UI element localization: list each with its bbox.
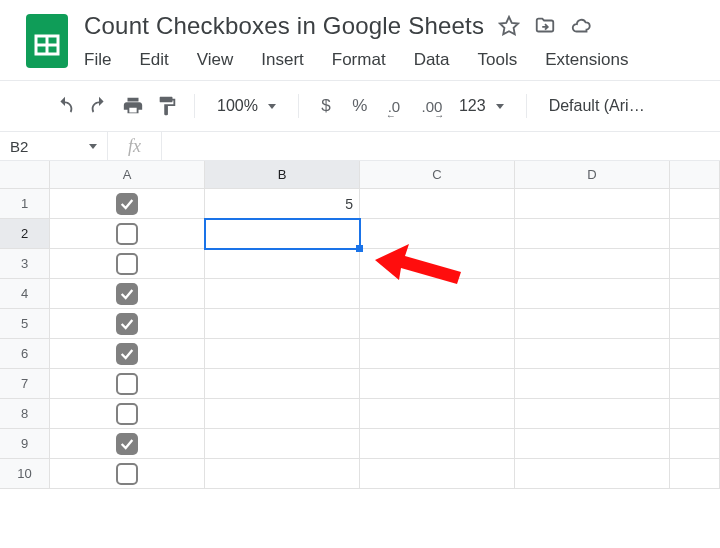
cell[interactable]	[205, 399, 360, 429]
cell[interactable]	[670, 309, 720, 339]
undo-icon[interactable]	[50, 91, 80, 121]
checkbox[interactable]	[116, 193, 138, 215]
menu-tools[interactable]: Tools	[466, 46, 530, 74]
menu-data[interactable]: Data	[402, 46, 462, 74]
row-header[interactable]: 4	[0, 279, 50, 309]
checkbox[interactable]	[116, 343, 138, 365]
cell[interactable]	[205, 249, 360, 279]
cell[interactable]	[670, 219, 720, 249]
cell[interactable]	[515, 189, 670, 219]
spreadsheet-grid[interactable]: ABCD152345678910	[0, 161, 720, 489]
cell[interactable]	[360, 189, 515, 219]
cell[interactable]	[205, 309, 360, 339]
row-header[interactable]: 7	[0, 369, 50, 399]
row-header[interactable]: 9	[0, 429, 50, 459]
cloud-icon[interactable]	[570, 15, 592, 37]
percent-button[interactable]: %	[345, 91, 375, 121]
cell[interactable]	[515, 369, 670, 399]
cell[interactable]	[515, 339, 670, 369]
row-header[interactable]: 5	[0, 309, 50, 339]
checkbox[interactable]	[116, 283, 138, 305]
column-header[interactable]: B	[205, 161, 360, 189]
cell[interactable]	[670, 279, 720, 309]
paint-format-icon[interactable]	[152, 91, 182, 121]
cell[interactable]	[50, 399, 205, 429]
number-format-select[interactable]: 123	[455, 97, 514, 115]
cell[interactable]	[670, 339, 720, 369]
cell[interactable]	[515, 429, 670, 459]
checkbox[interactable]	[116, 223, 138, 245]
cell[interactable]	[360, 399, 515, 429]
cell[interactable]	[360, 219, 515, 249]
cell[interactable]	[515, 219, 670, 249]
cell[interactable]	[360, 459, 515, 489]
menu-extensions[interactable]: Extensions	[533, 46, 640, 74]
checkbox[interactable]	[116, 253, 138, 275]
column-header[interactable]: D	[515, 161, 670, 189]
cell[interactable]	[205, 369, 360, 399]
cell[interactable]	[515, 309, 670, 339]
cell[interactable]	[670, 369, 720, 399]
cell[interactable]	[670, 249, 720, 279]
increase-decimal-button[interactable]: .00→	[413, 91, 451, 121]
menu-insert[interactable]: Insert	[249, 46, 316, 74]
star-icon[interactable]	[498, 15, 520, 37]
move-icon[interactable]	[534, 15, 556, 37]
cell[interactable]	[205, 279, 360, 309]
cell[interactable]	[360, 339, 515, 369]
redo-icon[interactable]	[84, 91, 114, 121]
cell[interactable]	[515, 249, 670, 279]
cell[interactable]	[50, 459, 205, 489]
cell[interactable]	[205, 429, 360, 459]
currency-button[interactable]: $	[311, 91, 341, 121]
cell[interactable]	[50, 309, 205, 339]
checkbox[interactable]	[116, 313, 138, 335]
cell[interactable]	[50, 369, 205, 399]
cell[interactable]	[360, 279, 515, 309]
cell[interactable]: 5	[205, 189, 360, 219]
row-header[interactable]: 8	[0, 399, 50, 429]
selection-handle[interactable]	[356, 245, 363, 252]
cell[interactable]	[50, 429, 205, 459]
select-all-corner[interactable]	[0, 161, 50, 189]
name-box[interactable]: B2	[0, 132, 108, 160]
cell[interactable]	[360, 369, 515, 399]
cell[interactable]	[50, 219, 205, 249]
sheets-logo-icon[interactable]	[26, 14, 68, 68]
cell[interactable]	[360, 429, 515, 459]
cell[interactable]	[50, 339, 205, 369]
column-header[interactable]	[670, 161, 720, 189]
checkbox[interactable]	[116, 463, 138, 485]
row-header[interactable]: 6	[0, 339, 50, 369]
menu-file[interactable]: File	[84, 46, 123, 74]
cell[interactable]	[515, 279, 670, 309]
cell[interactable]	[50, 279, 205, 309]
cell[interactable]	[670, 459, 720, 489]
cell[interactable]	[670, 189, 720, 219]
cell[interactable]	[670, 429, 720, 459]
row-header[interactable]: 3	[0, 249, 50, 279]
zoom-select[interactable]: 100%	[207, 97, 286, 115]
print-icon[interactable]	[118, 91, 148, 121]
doc-title[interactable]: Count Checkboxes in Google Sheets	[84, 12, 484, 40]
cell[interactable]	[670, 399, 720, 429]
cell[interactable]	[50, 189, 205, 219]
cell[interactable]	[205, 219, 360, 249]
column-header[interactable]: C	[360, 161, 515, 189]
font-select[interactable]: Default (Ari…	[539, 97, 655, 115]
cell[interactable]	[360, 309, 515, 339]
menu-view[interactable]: View	[185, 46, 246, 74]
row-header[interactable]: 2	[0, 219, 50, 249]
row-header[interactable]: 10	[0, 459, 50, 489]
cell[interactable]	[515, 399, 670, 429]
checkbox[interactable]	[116, 403, 138, 425]
cell[interactable]	[360, 249, 515, 279]
cell[interactable]	[515, 459, 670, 489]
cell[interactable]	[205, 339, 360, 369]
cell[interactable]	[205, 459, 360, 489]
decrease-decimal-button[interactable]: .0←	[379, 91, 409, 121]
formula-input[interactable]	[162, 132, 720, 160]
row-header[interactable]: 1	[0, 189, 50, 219]
menu-format[interactable]: Format	[320, 46, 398, 74]
cell[interactable]	[50, 249, 205, 279]
